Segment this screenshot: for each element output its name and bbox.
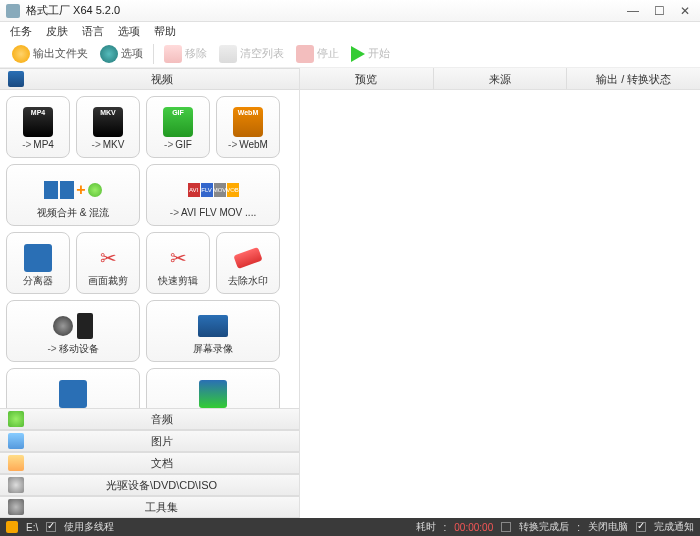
left-panel: 视频 ->MP4 ->MKV ->GIF ->WebM +视频合并 & 混流 A… xyxy=(0,68,300,518)
play-icon xyxy=(351,46,365,62)
category-audio[interactable]: 音频 xyxy=(0,408,299,430)
phone-icon xyxy=(77,313,93,339)
category-doc[interactable]: 文档 xyxy=(0,452,299,474)
tools-icon xyxy=(8,499,24,515)
title-bar: 格式工厂 X64 5.2.0 — ☐ ✕ xyxy=(0,0,700,22)
minimize-button[interactable]: — xyxy=(624,4,642,18)
notify-checkbox[interactable] xyxy=(636,522,646,532)
dvd-icon xyxy=(8,477,24,493)
remove-button[interactable]: 移除 xyxy=(160,43,211,65)
clear-icon xyxy=(219,45,237,63)
mkv-icon xyxy=(93,107,123,137)
col-source[interactable]: 来源 xyxy=(434,68,568,89)
tile-quick[interactable]: ✂快速剪辑 xyxy=(146,232,210,294)
mp4-icon xyxy=(23,107,53,137)
split-icon xyxy=(24,244,52,272)
separator xyxy=(153,44,154,64)
drive-icon xyxy=(6,521,18,533)
multi-format-icon: AVIFLVMOVVOB xyxy=(188,183,239,197)
folder-icon xyxy=(12,45,30,63)
elapsed-label: 耗时 xyxy=(416,520,436,534)
after-checkbox[interactable] xyxy=(501,522,511,532)
menu-help[interactable]: 帮助 xyxy=(154,24,176,39)
output-path[interactable]: E:\ xyxy=(26,522,38,533)
col-output[interactable]: 输出 / 转换状态 xyxy=(567,68,700,89)
multithread-checkbox[interactable] xyxy=(46,522,56,532)
app-icon xyxy=(6,4,20,18)
maximize-button[interactable]: ☐ xyxy=(650,4,668,18)
tile-mp4[interactable]: ->MP4 xyxy=(6,96,70,158)
image-icon xyxy=(8,433,24,449)
tile-gif[interactable]: ->GIF xyxy=(146,96,210,158)
status-bar: E:\ 使用多线程 耗时: 00:00:00 转换完成后: 关闭电脑 完成通知 xyxy=(0,518,700,536)
tile-mkv[interactable]: ->MKV xyxy=(76,96,140,158)
after-action[interactable]: 关闭电脑 xyxy=(588,520,628,534)
player-icon xyxy=(59,380,87,408)
audio-icon xyxy=(8,411,24,427)
disc-icon xyxy=(53,316,73,336)
clear-button[interactable]: 清空列表 xyxy=(215,43,288,65)
doc-icon xyxy=(8,455,24,471)
tile-mobile[interactable]: ->移动设备 xyxy=(6,300,140,362)
start-button[interactable]: 开始 xyxy=(347,44,394,64)
category-video[interactable]: 视频 xyxy=(0,68,299,90)
stop-button[interactable]: 停止 xyxy=(292,43,343,65)
eraser-icon xyxy=(233,246,262,268)
video-grid: ->MP4 ->MKV ->GIF ->WebM +视频合并 & 混流 AVIF… xyxy=(0,90,299,408)
list-header: 预览 来源 输出 / 转换状态 xyxy=(300,68,700,90)
tile-multi[interactable]: AVIFLVMOVVOB->AVI FLV MOV .... xyxy=(146,164,280,226)
window-title: 格式工厂 X64 5.2.0 xyxy=(26,3,624,18)
webm-icon xyxy=(233,107,263,137)
after-label: 转换完成后 xyxy=(519,520,569,534)
notify-label: 完成通知 xyxy=(654,520,694,534)
col-preview[interactable]: 预览 xyxy=(300,68,434,89)
tile-crop[interactable]: ✂画面裁剪 xyxy=(76,232,140,294)
main-area: 视频 ->MP4 ->MKV ->GIF ->WebM +视频合并 & 混流 A… xyxy=(0,68,700,518)
gif-icon xyxy=(163,107,193,137)
options-button[interactable]: 选项 xyxy=(96,43,147,65)
tile-webm[interactable]: ->WebM xyxy=(216,96,280,158)
video-icon xyxy=(8,71,24,87)
tile-split[interactable]: 分离器 xyxy=(6,232,70,294)
stop-icon xyxy=(296,45,314,63)
category-dvd[interactable]: 光驱设备\DVD\CD\ISO xyxy=(0,474,299,496)
gear-icon xyxy=(100,45,118,63)
output-folder-button[interactable]: 输出文件夹 xyxy=(8,43,92,65)
elapsed-time: 00:00:00 xyxy=(454,522,493,533)
tile-watermark[interactable]: 去除水印 xyxy=(216,232,280,294)
menu-skin[interactable]: 皮肤 xyxy=(46,24,68,39)
multithread-label: 使用多线程 xyxy=(64,520,114,534)
tile-merge[interactable]: +视频合并 & 混流 xyxy=(6,164,140,226)
delete-icon xyxy=(164,45,182,63)
right-panel: 预览 来源 输出 / 转换状态 xyxy=(300,68,700,518)
quick-cut-icon: ✂ xyxy=(170,246,187,270)
screen-icon xyxy=(198,315,228,337)
scissor-icon: ✂ xyxy=(100,246,117,270)
download-icon xyxy=(199,380,227,408)
tile-player[interactable]: 格式播放器 xyxy=(6,368,140,408)
merge-icon: + xyxy=(44,181,101,199)
menu-lang[interactable]: 语言 xyxy=(82,24,104,39)
close-button[interactable]: ✕ xyxy=(676,4,694,18)
task-list[interactable] xyxy=(300,90,700,518)
category-tools[interactable]: 工具集 xyxy=(0,496,299,518)
category-image[interactable]: 图片 xyxy=(0,430,299,452)
menu-bar: 任务 皮肤 语言 选项 帮助 xyxy=(0,22,700,40)
tile-screen[interactable]: 屏幕录像 xyxy=(146,300,280,362)
toolbar: 输出文件夹 选项 移除 清空列表 停止 开始 xyxy=(0,40,700,68)
tile-download[interactable]: 视频下载 xyxy=(146,368,280,408)
menu-task[interactable]: 任务 xyxy=(10,24,32,39)
menu-options[interactable]: 选项 xyxy=(118,24,140,39)
